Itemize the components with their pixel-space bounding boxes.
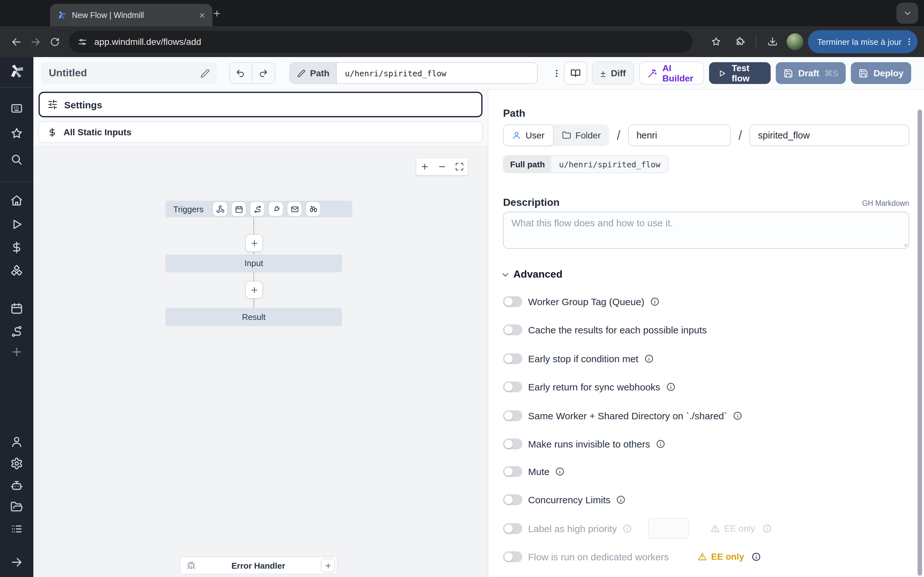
- trigger-webhook-icon-button[interactable]: [213, 202, 227, 216]
- sidebar-flows-icon[interactable]: [6, 321, 27, 342]
- trigger-schedule-icon-button[interactable]: [232, 202, 246, 216]
- bookmark-star-icon[interactable]: [706, 32, 725, 51]
- info-icon[interactable]: [751, 552, 761, 561]
- redo-button[interactable]: [252, 63, 275, 83]
- info-icon[interactable]: [623, 524, 632, 533]
- sidebar-resources-icon[interactable]: [6, 260, 27, 281]
- insert-step-button[interactable]: [245, 234, 263, 252]
- trigger-email-icon-button[interactable]: [288, 202, 302, 216]
- settings-label: Settings: [64, 99, 102, 110]
- toggle-switch[interactable]: [503, 494, 522, 505]
- triggers-node[interactable]: Triggers: [166, 201, 352, 218]
- browser-tab[interactable]: New Flow | Windmill: [50, 4, 212, 26]
- info-icon[interactable]: [762, 524, 772, 533]
- sidebar-search-icon[interactable]: [6, 149, 27, 170]
- draft-label: Draft: [798, 68, 819, 78]
- path-name-input[interactable]: [750, 124, 909, 146]
- toggle-switch[interactable]: [503, 353, 522, 364]
- info-icon[interactable]: [556, 466, 565, 476]
- fit-view-icon[interactable]: [455, 162, 464, 171]
- sidebar-workspace-icon[interactable]: [6, 98, 27, 119]
- toggle-switch[interactable]: [503, 551, 522, 562]
- new-tab-button[interactable]: [210, 6, 224, 21]
- sidebar-arrow-right-icon[interactable]: [6, 552, 27, 572]
- flow-settings-card[interactable]: Settings: [39, 92, 483, 117]
- info-icon[interactable]: [616, 495, 626, 504]
- toggle-switch[interactable]: [503, 296, 522, 307]
- toggle-switch[interactable]: [503, 381, 522, 392]
- profile-avatar[interactable]: [787, 33, 803, 50]
- sidebar-variables-icon[interactable]: [6, 237, 27, 258]
- all-static-inputs-card[interactable]: All Static Inputs: [39, 121, 483, 143]
- sidebar-runs-icon[interactable]: [6, 214, 27, 235]
- toggle-label: Cache the results for each possible inpu…: [528, 324, 707, 335]
- toggle-switch[interactable]: [503, 324, 522, 335]
- sidebar-audit-logs-icon[interactable]: [6, 519, 27, 539]
- toggle-switch[interactable]: [503, 438, 522, 449]
- tab-search-chevron-icon[interactable]: [897, 3, 918, 24]
- folder-segment[interactable]: Folder: [553, 124, 609, 146]
- docs-button[interactable]: [564, 61, 587, 85]
- edit-pencil-icon[interactable]: [200, 68, 210, 78]
- bug-icon: [187, 561, 196, 570]
- zoom-in-icon[interactable]: [421, 162, 430, 171]
- back-button[interactable]: [6, 32, 26, 51]
- result-node[interactable]: Result: [166, 308, 342, 326]
- reload-button[interactable]: [45, 32, 64, 51]
- sidebar-home-icon[interactable]: [6, 190, 27, 211]
- forward-button[interactable]: [26, 32, 45, 51]
- more-options-kebab-icon[interactable]: [549, 63, 564, 83]
- sidebar-settings-icon[interactable]: [6, 453, 27, 474]
- sidebar-workers-icon[interactable]: [6, 475, 27, 496]
- description-textarea[interactable]: [503, 211, 909, 249]
- sidebar-users-icon[interactable]: [6, 432, 27, 452]
- warning-icon: [711, 524, 720, 533]
- ai-builder-button[interactable]: AI Builder: [640, 61, 704, 85]
- info-icon[interactable]: [733, 411, 743, 420]
- test-flow-button[interactable]: Test flow: [709, 62, 771, 84]
- info-icon[interactable]: [644, 354, 654, 363]
- workspace-icon: [10, 102, 23, 115]
- toggle-switch[interactable]: [503, 466, 522, 477]
- tab-close-icon[interactable]: [196, 10, 207, 21]
- url-bar[interactable]: app.windmill.dev/flows/add: [69, 31, 692, 53]
- trigger-poll-icon-button[interactable]: [306, 202, 320, 216]
- resize-handle-icon[interactable]: [901, 240, 907, 247]
- info-icon[interactable]: [650, 297, 660, 306]
- user-segment[interactable]: User: [503, 124, 553, 146]
- downloads-icon[interactable]: [762, 32, 782, 51]
- sidebar-favorites-icon[interactable]: [6, 123, 27, 143]
- info-icon[interactable]: [656, 439, 666, 448]
- toggle-switch[interactable]: [503, 410, 522, 421]
- draft-button[interactable]: Draft ⌘S: [776, 62, 846, 84]
- insert-step-button[interactable]: [245, 281, 263, 299]
- flow-canvas[interactable]: Triggers Input Result Error Handler: [33, 147, 488, 577]
- browser-menu-kebab-icon[interactable]: [905, 37, 914, 46]
- trigger-websocket-icon-button[interactable]: [269, 202, 283, 216]
- panel-scrollbar[interactable]: [918, 110, 922, 576]
- sidebar-folders-icon[interactable]: [6, 497, 27, 517]
- add-error-handler-button[interactable]: [321, 558, 335, 572]
- zoom-out-icon[interactable]: [438, 162, 447, 171]
- triggers-label: Triggers: [173, 204, 204, 214]
- diff-button[interactable]: ± Diff: [592, 61, 634, 85]
- chrome-update-button[interactable]: Terminer la mise à jour: [808, 30, 918, 53]
- extensions-icon[interactable]: [730, 32, 749, 51]
- site-info-icon[interactable]: [78, 37, 87, 47]
- undo-button[interactable]: [229, 63, 252, 83]
- input-node[interactable]: Input: [166, 255, 342, 272]
- windmill-logo[interactable]: [8, 63, 25, 79]
- trigger-route-icon-button[interactable]: [250, 202, 264, 216]
- path-value[interactable]: u/henri/spirited_flow: [336, 62, 538, 84]
- priority-input[interactable]: [648, 518, 690, 538]
- flow-name-input[interactable]: Untitled: [41, 62, 217, 84]
- deploy-button[interactable]: Deploy: [851, 62, 911, 84]
- sidebar-plus-icon[interactable]: [6, 342, 27, 362]
- info-icon[interactable]: [666, 382, 676, 392]
- path-chip[interactable]: Path u/henri/spirited_flow: [289, 62, 538, 84]
- path-owner-input[interactable]: [628, 124, 731, 146]
- advanced-section-header[interactable]: Advanced: [501, 269, 562, 280]
- sidebar-schedules-icon[interactable]: [6, 298, 27, 319]
- error-handler-node[interactable]: Error Handler: [180, 556, 338, 574]
- toggle-switch[interactable]: [503, 523, 522, 534]
